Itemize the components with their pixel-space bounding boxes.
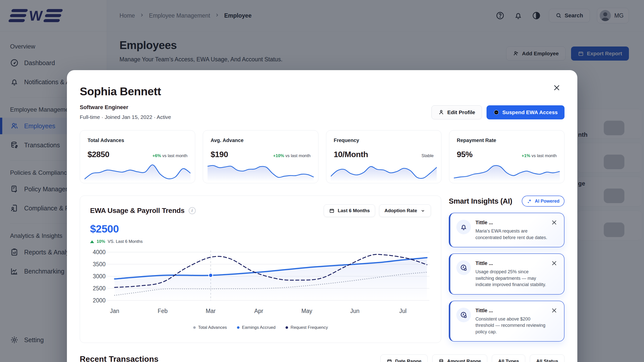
insight-card-1: Tittle ...Maria’s EWA requests are conce… xyxy=(449,213,565,247)
svg-text:3500: 3500 xyxy=(93,261,106,267)
legend-dot xyxy=(286,326,288,329)
smart-insights-panel: Smart Insights (AI) AI Powered Tittle ..… xyxy=(449,196,565,342)
insight-card-2: Tittle ...Usage dropped 25% since switch… xyxy=(449,253,565,295)
stat-delta: +6% vs last month xyxy=(152,153,187,158)
clock-history-icon xyxy=(460,264,467,272)
stat-card-avg-advance: Avg. Advance$190+10% vs last month xyxy=(203,130,318,183)
range-select-label: Last 6 Months xyxy=(338,208,370,213)
chart-legend: Total AdvancesEarnings AccruedRequest Fr… xyxy=(90,325,431,330)
legend-item-request-frequency: Request Frequency xyxy=(286,325,328,330)
chart-title: EWA Usage & Payroll Trends xyxy=(90,207,185,215)
legend-item-total-advances: Total Advances xyxy=(193,325,227,330)
clock-history-icon xyxy=(456,260,471,275)
chart-card: EWA Usage & Payroll Trends i Last 6 Mont… xyxy=(80,196,441,343)
stat-sparkline xyxy=(208,160,313,182)
stat-delta: Stable xyxy=(422,153,434,158)
metric-select-button[interactable]: Adoption Rate xyxy=(379,204,431,217)
svg-text:Jul: Jul xyxy=(399,308,407,314)
chart-delta-pct: 10% xyxy=(97,239,105,244)
bell-icon xyxy=(456,220,471,234)
suspend-ewa-label: Suspend EWA Access xyxy=(502,109,558,115)
insight-text: Maria’s EWA requests are concentrated be… xyxy=(475,228,547,241)
stat-title: Frequency xyxy=(334,138,434,143)
insights-title: Smart Insights (AI) xyxy=(449,197,512,205)
chart-delta: 10% VS. Last 6 Months xyxy=(90,239,431,244)
svg-text:2500: 2500 xyxy=(93,285,106,292)
stat-delta: +1% vs last month xyxy=(522,153,557,158)
svg-text:3000: 3000 xyxy=(93,273,106,280)
calendar-icon xyxy=(387,358,392,362)
stat-value: $2850 xyxy=(88,150,109,159)
insight-text: Consistent use above $200 threshold — re… xyxy=(475,316,547,335)
svg-text:Apr: Apr xyxy=(254,308,263,314)
metric-select-label: Adoption Rate xyxy=(384,208,417,213)
minus-circle-icon xyxy=(493,109,499,115)
close-icon[interactable] xyxy=(551,260,557,266)
stat-delta: +10% vs last month xyxy=(273,153,311,158)
svg-text:Mar: Mar xyxy=(206,308,216,314)
filter-all-types[interactable]: All Types xyxy=(492,354,525,362)
stat-card-frequency: Frequency10/MonthStable xyxy=(326,130,441,183)
modal-main-row: EWA Usage & Payroll Trends i Last 6 Mont… xyxy=(80,196,565,343)
legend-item-earnings-accrued: Earnings Accrued xyxy=(237,325,275,330)
svg-text:4000: 4000 xyxy=(93,249,106,255)
coin-icon xyxy=(438,358,444,362)
legend-dot xyxy=(237,326,239,329)
svg-text:Feb: Feb xyxy=(158,308,168,314)
filter-label: All Status xyxy=(536,358,558,362)
employee-detail-modal: Sophia Bennett Software Engineer Full-ti… xyxy=(67,70,577,362)
filter-label: Date Range xyxy=(395,358,422,362)
stat-cards-row: Total Advances$2850+6% vs last monthAvg.… xyxy=(80,130,565,183)
chevron-down-icon xyxy=(420,208,426,213)
bell-icon xyxy=(460,223,467,231)
stat-title: Avg. Advance xyxy=(211,138,310,143)
insight-card-3: Tittle ...Consistent use above $200 thre… xyxy=(449,301,565,342)
close-icon[interactable] xyxy=(553,84,562,93)
svg-text:Jun: Jun xyxy=(350,308,359,314)
close-icon[interactable] xyxy=(551,307,557,314)
app-root: W OverviewDashboardNotifications & Alert… xyxy=(0,0,644,362)
chart-highlight-value: $2500 xyxy=(90,223,431,235)
calendar-icon xyxy=(329,208,335,213)
range-select-button[interactable]: Last 6 Months xyxy=(324,204,375,217)
insight-title: Tittle ... xyxy=(475,260,547,266)
recent-transactions-title: Recent Transactions xyxy=(80,354,158,362)
ai-powered-label: AI Powered xyxy=(535,199,559,204)
close-icon[interactable] xyxy=(551,219,557,226)
stat-value: 10/Month xyxy=(334,150,368,159)
stat-title: Repayment Rate xyxy=(457,138,557,143)
insight-title: Tittle ... xyxy=(475,220,547,225)
filter-date-range[interactable]: Date Range xyxy=(380,354,428,362)
svg-text:2000: 2000 xyxy=(93,297,106,304)
stat-value: 95% xyxy=(457,150,473,159)
insight-text: Usage dropped 25% since switching depart… xyxy=(475,269,547,288)
person-icon xyxy=(438,109,444,115)
stat-card-repayment-rate: Repayment Rate95%+1% vs last month xyxy=(449,130,565,183)
stat-sparkline xyxy=(454,160,560,182)
stat-value: $190 xyxy=(211,150,228,159)
clock-history-icon xyxy=(460,311,467,319)
clock-history-icon xyxy=(456,308,471,322)
stat-card-total-advances: Total Advances$2850+6% vs last month xyxy=(80,130,195,183)
ai-powered-badge[interactable]: AI Powered xyxy=(522,196,565,207)
svg-text:May: May xyxy=(301,308,312,314)
transaction-filters: Date RangeAmount RangeAll TypesAll Statu… xyxy=(380,354,565,362)
filter-label: All Types xyxy=(498,358,519,362)
stat-title: Total Advances xyxy=(88,138,187,143)
filter-label: Amount Range xyxy=(447,358,481,362)
trend-up-icon xyxy=(90,240,94,243)
employee-name: Sophia Bennett xyxy=(80,85,565,98)
trends-line-chart: 40003500300025002000JanFebMarAprMayJunJu… xyxy=(90,248,431,324)
sparkle-icon xyxy=(527,198,532,204)
filter-amount-range[interactable]: Amount Range xyxy=(432,354,487,362)
info-icon[interactable]: i xyxy=(189,207,196,214)
legend-dot xyxy=(193,326,196,329)
insight-cards: Tittle ...Maria’s EWA requests are conce… xyxy=(449,213,565,342)
edit-profile-button[interactable]: Edit Profile xyxy=(431,105,482,119)
filter-all-status[interactable]: All Status xyxy=(530,354,565,362)
edit-profile-label: Edit Profile xyxy=(447,109,475,115)
insight-title: Tittle ... xyxy=(475,308,547,313)
modal-actions: Edit Profile Suspend EWA Access xyxy=(431,105,565,119)
recent-transactions-row: Recent Transactions Date RangeAmount Ran… xyxy=(80,354,565,362)
suspend-ewa-button[interactable]: Suspend EWA Access xyxy=(487,105,565,119)
